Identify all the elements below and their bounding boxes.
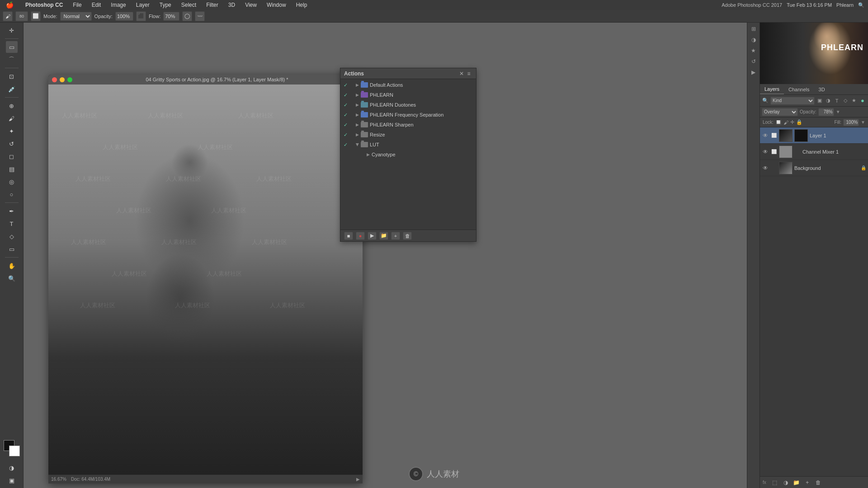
action-row-lut[interactable]: ✓ ▶ LUT bbox=[340, 140, 476, 150]
opacity-arrow[interactable]: ▼ bbox=[836, 109, 840, 114]
new-fill-layer-btn[interactable]: ⬚ bbox=[771, 479, 779, 486]
menu-window[interactable]: Window bbox=[264, 1, 288, 9]
adjustments-icon[interactable]: ◑ bbox=[749, 35, 758, 44]
properties-icon[interactable]: ⊞ bbox=[749, 24, 758, 33]
menu-type[interactable]: Type bbox=[157, 1, 174, 9]
brush-tool[interactable]: 🖌 bbox=[6, 113, 18, 124]
zoom-tool[interactable]: 🔍 bbox=[6, 272, 18, 284]
path-tool[interactable]: ◇ bbox=[6, 230, 18, 242]
history-tool[interactable]: ↺ bbox=[6, 138, 18, 150]
dodge-tool[interactable]: ○ bbox=[6, 188, 18, 200]
adjustment-layer-btn[interactable]: ◑ bbox=[782, 479, 790, 486]
menu-select[interactable]: Select bbox=[179, 1, 198, 9]
action-row-cyanotype[interactable]: ✓ ▶ Cyanotype bbox=[340, 150, 476, 160]
marquee-tool[interactable]: ▭ bbox=[6, 41, 18, 53]
crop-tool[interactable]: ⊡ bbox=[6, 70, 18, 82]
move-tool[interactable]: ✛ bbox=[6, 24, 18, 36]
action-row-freq[interactable]: ✓ ▶ PHLEARN Frequency Separation bbox=[340, 110, 476, 120]
actions-new-btn[interactable]: + bbox=[391, 232, 400, 240]
group-btn[interactable]: 📁 bbox=[793, 479, 801, 486]
actions-menu-btn[interactable]: ≡ bbox=[465, 70, 472, 77]
layer-row-layer1[interactable]: 👁 ⬜ Layer 1 bbox=[760, 127, 868, 144]
styles-icon[interactable]: ★ bbox=[749, 46, 758, 55]
hand-tool[interactable]: ✋ bbox=[6, 260, 18, 272]
blend-mode-select[interactable]: Overlay bbox=[762, 108, 798, 116]
eyedropper-tool[interactable]: 💉 bbox=[6, 83, 18, 95]
fill-arrow[interactable]: ▼ bbox=[861, 120, 865, 125]
action-row-resize[interactable]: ✓ ▶ Resize bbox=[340, 130, 476, 140]
menu-filter[interactable]: Filter bbox=[204, 1, 221, 9]
blur-tool[interactable]: ◎ bbox=[6, 176, 18, 188]
tab-channels[interactable]: Channels bbox=[784, 85, 814, 94]
new-layer-btn[interactable]: + bbox=[803, 479, 811, 486]
layer-eye-layer1[interactable]: 👁 bbox=[762, 132, 769, 139]
action-row-sharpen[interactable]: ✓ ▶ PHLEARN Sharpen bbox=[340, 120, 476, 130]
action-row-default[interactable]: ✓ ▶ Default Actions bbox=[340, 80, 476, 90]
menu-view[interactable]: View bbox=[243, 1, 259, 9]
delete-layer-btn[interactable]: 🗑 bbox=[814, 479, 822, 486]
lock-image-icon[interactable]: 🖌 bbox=[783, 120, 788, 125]
action-row-phlearn[interactable]: ✓ ▶ PHLEARN bbox=[340, 90, 476, 100]
menu-edit[interactable]: Edit bbox=[90, 1, 104, 9]
tab-layers[interactable]: Layers bbox=[760, 84, 784, 94]
filter-type-icon[interactable]: T bbox=[833, 97, 840, 104]
pen-tool[interactable]: ✒ bbox=[6, 205, 18, 217]
filter-pixel-icon[interactable]: ▣ bbox=[816, 97, 823, 104]
opacity-input[interactable] bbox=[115, 12, 133, 21]
background-color[interactable] bbox=[9, 446, 20, 456]
filter-adj-icon[interactable]: ◑ bbox=[825, 97, 832, 104]
pressure-opacity-icon[interactable]: ⬛ bbox=[136, 11, 146, 21]
layer-eye-channelmixer[interactable]: 👁 bbox=[762, 149, 769, 155]
smoothing-icon[interactable]: 〰 bbox=[195, 11, 205, 21]
history-panel-icon[interactable]: ↺ bbox=[749, 57, 758, 66]
kind-select[interactable]: Kind bbox=[770, 97, 815, 105]
actions-delete-btn[interactable]: 🗑 bbox=[403, 232, 412, 240]
clone-tool[interactable]: ✦ bbox=[6, 125, 18, 137]
quick-mask-toggle[interactable]: ◑ bbox=[6, 462, 18, 474]
actions-list[interactable]: ✓ ▶ Default Actions ✓ ▶ PHLEARN ✓ ▶ PHLE bbox=[340, 79, 476, 230]
mode-select[interactable]: Normal bbox=[60, 12, 92, 21]
healing-tool[interactable]: ⊕ bbox=[6, 100, 18, 112]
app-name[interactable]: Photoshop CC bbox=[23, 1, 65, 9]
brush-size-display[interactable]: 80 bbox=[15, 11, 28, 21]
fill-value[interactable] bbox=[843, 119, 859, 126]
filter-smart-icon[interactable]: ★ bbox=[850, 97, 858, 104]
action-row-duotones[interactable]: ✓ ▶ PHLEARN Duotones bbox=[340, 100, 476, 110]
actions-new-folder-btn[interactable]: 📁 bbox=[379, 232, 388, 240]
screen-mode[interactable]: ▣ bbox=[6, 474, 18, 486]
opacity-value[interactable] bbox=[818, 108, 834, 116]
search-icon[interactable]: 🔍 bbox=[858, 2, 864, 8]
apple-menu[interactable]: 🍎 bbox=[4, 0, 16, 9]
lock-transparent-icon[interactable]: 🔲 bbox=[775, 119, 782, 125]
layer-eye-background[interactable]: 👁 bbox=[762, 165, 769, 171]
actions-play-btn[interactable]: ▶ bbox=[368, 232, 377, 240]
filter-active-icon[interactable]: ● bbox=[859, 97, 866, 104]
layer-row-background[interactable]: 👁 Background 🔒 bbox=[760, 160, 868, 176]
lock-all-icon[interactable]: 🔒 bbox=[796, 119, 802, 125]
close-button[interactable] bbox=[52, 77, 57, 82]
eraser-tool[interactable]: ◻ bbox=[6, 150, 18, 162]
menu-help[interactable]: Help bbox=[294, 1, 310, 9]
actions-panel-icon[interactable]: ▶ bbox=[749, 68, 758, 77]
tab-3d[interactable]: 3D bbox=[814, 85, 830, 94]
maximize-button[interactable] bbox=[67, 77, 72, 82]
actions-close-btn[interactable]: ✕ bbox=[458, 70, 465, 77]
menu-3d[interactable]: 3D bbox=[226, 1, 237, 9]
layer-row-channelmixer[interactable]: 👁 ⬜ Channel Mixer 1 bbox=[760, 144, 868, 160]
menu-image[interactable]: Image bbox=[108, 1, 128, 9]
flow-input[interactable] bbox=[163, 12, 179, 21]
color-swatch-area[interactable] bbox=[4, 440, 20, 456]
shape-tool[interactable]: ▭ bbox=[6, 243, 18, 255]
brush-preset-icon[interactable]: ⬜ bbox=[31, 11, 41, 21]
filter-shape-icon[interactable]: ◇ bbox=[842, 97, 849, 104]
actions-record-btn[interactable]: ● bbox=[356, 232, 365, 240]
text-tool[interactable]: T bbox=[6, 218, 18, 230]
actions-stop-btn[interactable]: ■ bbox=[344, 232, 353, 240]
menu-file[interactable]: File bbox=[71, 1, 84, 9]
lasso-tool[interactable]: ⌒ bbox=[6, 54, 18, 66]
brush-tool-icon[interactable]: 🖌 bbox=[3, 11, 13, 21]
gradient-tool[interactable]: ▤ bbox=[6, 163, 18, 175]
minimize-button[interactable] bbox=[60, 77, 65, 82]
lock-position-icon[interactable]: ✛ bbox=[790, 119, 794, 125]
airbrush-icon[interactable]: ◯ bbox=[182, 11, 192, 21]
